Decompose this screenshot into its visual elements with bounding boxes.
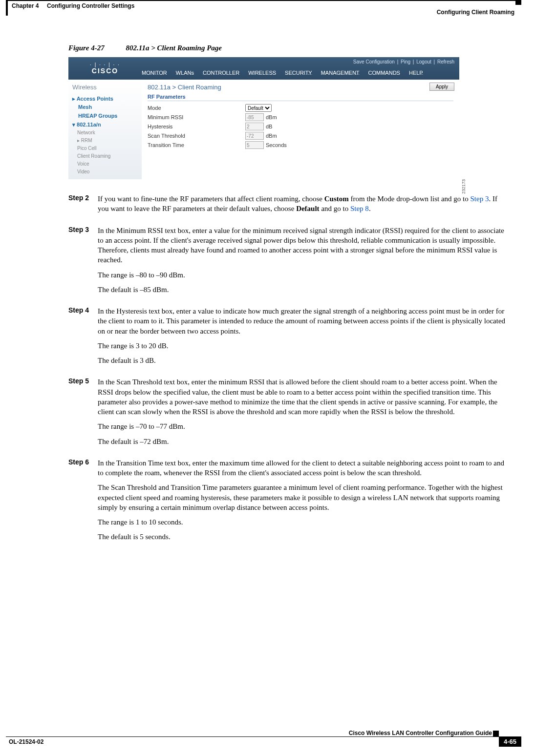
sidebar-client-roaming[interactable]: Client Roaming — [77, 152, 138, 160]
min-rssi-input[interactable] — [245, 113, 264, 121]
step-4-p2: The range is 3 to 20 dB. — [98, 341, 506, 351]
figure-title: 802.11a > Client Roaming Page — [126, 44, 222, 52]
step-5-p2: The range is –70 to –77 dBm. — [98, 421, 506, 431]
panel-title: 802.11a > Client Roaming — [148, 84, 453, 91]
logo-text: CISCO — [68, 67, 142, 75]
text-bold: Default — [296, 205, 320, 212]
sidebar-hreap[interactable]: HREAP Groups — [78, 112, 138, 121]
header-left: Chapter 4 Configuring Controller Setting… — [12, 2, 134, 9]
step-6-body: In the Transition Time text box, enter t… — [98, 458, 506, 547]
figure-id: 232173 — [461, 179, 466, 194]
step-3-body: In the Minimum RSSI text box, enter a va… — [98, 226, 506, 300]
link-logout[interactable]: Logout — [416, 59, 431, 64]
main-panel: Apply 802.11a > Client Roaming RF Parame… — [142, 80, 459, 179]
step-5-body: In the Scan Threshold text box, enter th… — [98, 377, 506, 451]
step-6-p4: The default is 5 seconds. — [98, 532, 506, 542]
menu-controller[interactable]: CONTROLLER — [203, 70, 239, 76]
sidebar-rrm[interactable]: ▸ RRM — [77, 137, 138, 145]
figure-number: Figure 4-27 — [68, 44, 105, 52]
step-5-p1: In the Scan Threshold text box, enter th… — [98, 377, 506, 417]
app-header-bar: · | · · | · · CISCO MONITOR WLANs CONTRO… — [68, 57, 459, 80]
sidebar-80211an[interactable]: 802.11a/n — [72, 121, 138, 129]
scan-threshold-label: Scan Threshold — [148, 133, 245, 139]
scan-threshold-unit: dBm — [266, 133, 277, 139]
menu-commands[interactable]: COMMANDS — [368, 70, 400, 76]
text: If you want to fine-tune the RF paramete… — [98, 195, 324, 203]
transition-time-input[interactable] — [245, 141, 264, 149]
sidebar-heading: Wireless — [72, 83, 138, 93]
top-links: Save Configuration | Ping | Logout | Ref… — [352, 59, 455, 64]
transition-time-label: Transition Time — [148, 142, 245, 148]
step-3-p1: In the Minimum RSSI text box, enter a va… — [98, 226, 506, 265]
transition-time-unit: Seconds — [266, 142, 287, 148]
step-3-p2: The range is –80 to –90 dBm. — [98, 270, 506, 280]
text: from the Mode drop-down list and go to — [349, 195, 471, 203]
step-6-p3: The range is 1 to 10 seconds. — [98, 517, 506, 527]
footer-doc-id: OL-21524-02 — [9, 738, 43, 745]
sidebar: Wireless Access Points Mesh HREAP Groups… — [68, 80, 142, 179]
content-area: Figure 4-27 802.11a > Client Roaming Pag… — [68, 44, 506, 554]
step-4-label: Step 4 — [68, 306, 98, 370]
figure-screenshot: · | · · | · · CISCO MONITOR WLANs CONTRO… — [68, 57, 459, 179]
header-rule — [6, 0, 520, 1]
link-refresh[interactable]: Refresh — [437, 59, 454, 64]
sidebar-voice[interactable]: Voice — [77, 160, 138, 168]
step-4-body: In the Hysteresis text box, enter a valu… — [98, 306, 506, 370]
sidebar-access-points[interactable]: Access Points — [72, 95, 138, 104]
min-rssi-label: Minimum RSSI — [148, 114, 245, 120]
step-2-body: If you want to fine-tune the RF paramete… — [98, 194, 506, 219]
row-min-rssi: Minimum RSSI dBm — [148, 113, 453, 121]
sidebar-picocell[interactable]: Pico Cell — [77, 145, 138, 152]
footer-square-icon — [493, 731, 499, 736]
row-mode: Mode Default — [148, 104, 453, 112]
chapter-title: Configuring Controller Settings — [47, 2, 134, 9]
link-step-3[interactable]: Step 3 — [470, 195, 489, 203]
sidebar-video[interactable]: Video — [77, 168, 138, 176]
menu-wireless[interactable]: WIRELESS — [248, 70, 276, 76]
apply-button[interactable]: Apply — [429, 83, 454, 91]
footer-guide-title: Cisco Wireless LAN Controller Configurat… — [349, 730, 492, 736]
link-ping[interactable]: Ping — [401, 59, 410, 64]
hysteresis-label: Hysteresis — [148, 124, 245, 129]
header-corner-box — [515, 0, 521, 5]
row-scan-threshold: Scan Threshold dBm — [148, 132, 453, 140]
min-rssi-unit: dBm — [266, 114, 277, 120]
hysteresis-input[interactable] — [245, 123, 264, 130]
menu-monitor[interactable]: MONITOR — [142, 70, 167, 76]
step-4-p3: The default is 3 dB. — [98, 356, 506, 365]
page: Chapter 4 Configuring Controller Setting… — [0, 0, 535, 756]
header-section: Configuring Client Roaming — [437, 9, 514, 16]
step-3: Step 3 In the Minimum RSSI text box, ent… — [98, 226, 506, 300]
cisco-logo: · | · · | · · CISCO — [68, 62, 142, 75]
menu-management[interactable]: MANAGEMENT — [321, 70, 360, 76]
text: and go to — [320, 205, 350, 212]
menu-help[interactable]: HELP — [409, 70, 423, 76]
hysteresis-unit: dB — [266, 124, 272, 129]
step-4-p1: In the Hysteresis text box, enter a valu… — [98, 306, 506, 336]
link-save-config[interactable]: Save Configuration — [353, 59, 395, 64]
chapter-number: Chapter 4 — [12, 2, 39, 9]
row-hysteresis: Hysteresis dB — [148, 123, 453, 130]
app-body: Wireless Access Points Mesh HREAP Groups… — [68, 80, 459, 179]
text-bold: Custom — [324, 195, 349, 203]
mode-select[interactable]: Default — [245, 104, 272, 112]
sidebar-mesh[interactable]: Mesh — [78, 103, 138, 112]
step-6: Step 6 In the Transition Time text box, … — [98, 458, 506, 547]
page-footer: Cisco Wireless LAN Controller Configurat… — [6, 731, 521, 750]
step-6-p1: In the Transition Time text box, enter t… — [98, 458, 506, 478]
page-header: Chapter 4 Configuring Controller Setting… — [0, 0, 535, 16]
step-2: Step 2 If you want to fine-tune the RF p… — [98, 194, 506, 219]
step-3-p3: The default is –85 dBm. — [98, 285, 506, 294]
menu-wlans[interactable]: WLANs — [176, 70, 194, 76]
scan-threshold-input[interactable] — [245, 132, 264, 140]
sidebar-network[interactable]: Network — [77, 129, 138, 137]
menu-security[interactable]: SECURITY — [285, 70, 312, 76]
step-6-label: Step 6 — [68, 458, 98, 547]
link-step-8[interactable]: Step 8 — [350, 205, 369, 212]
step-5-p3: The default is –72 dBm. — [98, 437, 506, 446]
figure-caption: Figure 4-27 802.11a > Client Roaming Pag… — [68, 44, 506, 52]
step-2-label: Step 2 — [68, 194, 98, 219]
text: . — [369, 205, 371, 212]
step-3-label: Step 3 — [68, 226, 98, 300]
row-transition-time: Transition Time Seconds — [148, 141, 453, 149]
